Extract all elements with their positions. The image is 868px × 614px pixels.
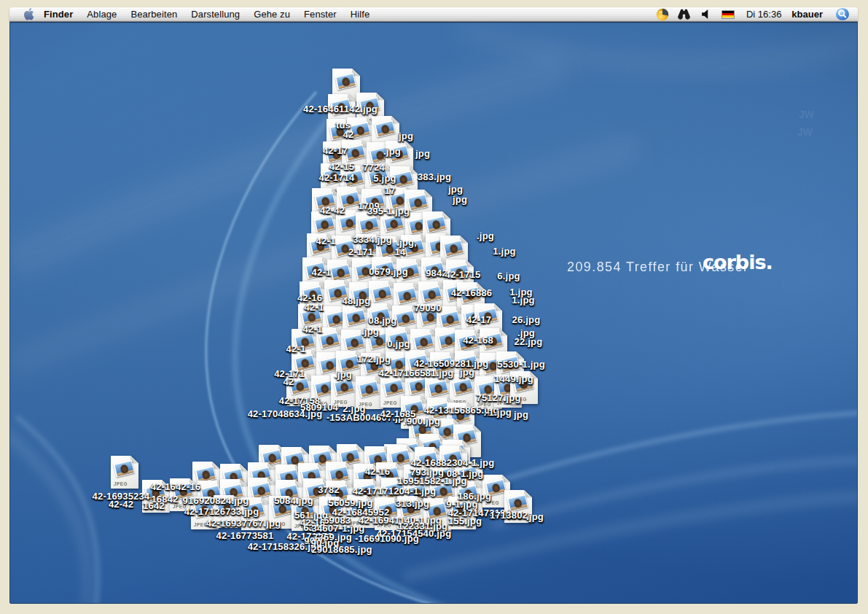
apple-menu-icon[interactable] <box>24 8 34 20</box>
keyboard-flag-german-icon[interactable] <box>717 10 739 19</box>
menu-item-ablage[interactable]: Ablage <box>80 9 124 20</box>
screen: FinderAblageBearbeitenDarstellungGehe zu… <box>9 7 858 604</box>
menu-item-darstellung[interactable]: Darstellung <box>184 9 247 20</box>
volume-icon[interactable] <box>695 9 717 19</box>
menu-item-hilfe[interactable]: Hilfe <box>343 9 377 20</box>
search-sphere-icon[interactable] <box>830 7 855 21</box>
menu-item-gehe-zu[interactable]: Gehe zu <box>247 9 297 20</box>
watermark-text: JW <box>799 109 814 120</box>
menu-clock[interactable]: Di 16:36 <box>739 9 787 20</box>
user-menu[interactable]: kbauer <box>787 9 830 20</box>
binoculars-icon[interactable] <box>673 9 695 20</box>
menu-bar: FinderAblageBearbeitenDarstellungGehe zu… <box>9 7 858 22</box>
desktop[interactable]: JPEGJPEGJPEGJPEGJPEGJPEGJPEGJPEGJPEGJPEG… <box>9 22 858 604</box>
menu-items: FinderAblageBearbeitenDarstellungGehe zu… <box>37 9 377 20</box>
watermark-layer: JWJW <box>10 23 857 603</box>
menu-item-finder[interactable]: Finder <box>37 9 80 20</box>
watermark-text: JW <box>797 126 813 138</box>
menu-item-bearbeiten[interactable]: Bearbeiten <box>124 9 184 20</box>
app-sphere-icon[interactable] <box>652 8 673 21</box>
menu-item-fenster[interactable]: Fenster <box>297 9 344 20</box>
corbis-logo: corbis. <box>703 251 773 273</box>
